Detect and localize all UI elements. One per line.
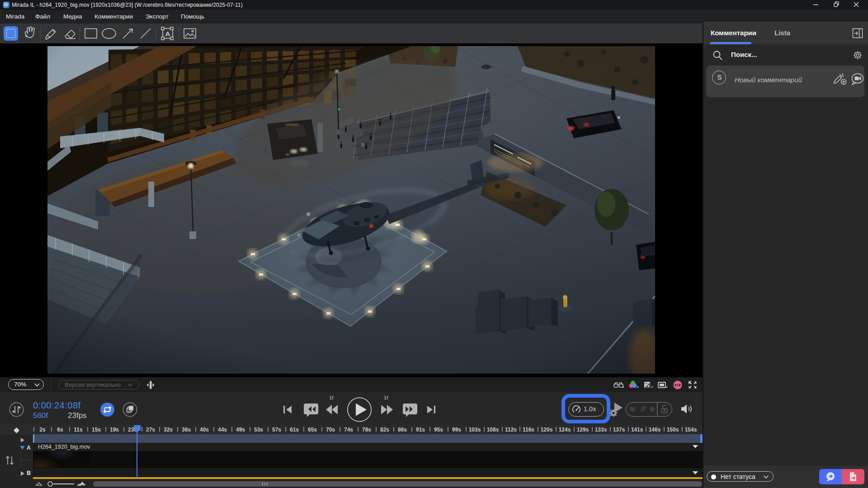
svg-text:1f: 1f (384, 395, 388, 400)
svg-text:1f: 1f (329, 395, 334, 400)
svg-text:A: A (165, 30, 170, 38)
